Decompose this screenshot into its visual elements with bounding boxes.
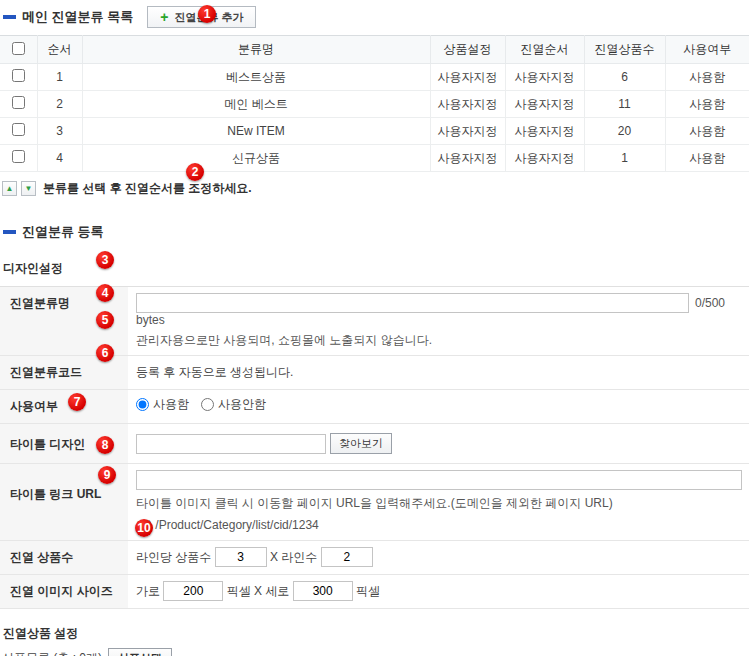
select-all-checkbox[interactable] [12, 42, 25, 55]
image-size-label: 진열 이미지 사이즈 [0, 575, 128, 608]
annotation-badge-4: 4 [96, 284, 114, 302]
move-up-button[interactable]: ▲ [2, 181, 17, 196]
form-row-code: 진열분류코드 등록 후 자동으로 생성됩니다. [0, 356, 749, 390]
form-row-product-count: 진열 상품수 라인당 상품수 X 라인수 [0, 541, 749, 575]
width-label: 가로 [136, 584, 160, 598]
cell-order: 3 [37, 118, 82, 145]
cell-order: 1 [37, 64, 82, 91]
cell-use-status: 사용함 [665, 64, 749, 91]
use-on-label: 사용함 [153, 396, 189, 413]
cell-category-name: 메인 베스트 [82, 91, 430, 118]
col-category-name: 분류명 [82, 36, 430, 64]
section-marker-icon [3, 15, 16, 19]
annotation-badge-10: 10 [135, 519, 153, 537]
category-table: 순서 분류명 상품설정 진열순서 진열상품수 사용여부 1 베스트상품 사용자지… [0, 35, 749, 172]
row-checkbox[interactable] [12, 69, 25, 82]
cell-use-status: 사용함 [665, 118, 749, 145]
lines-label: X 라인수 [270, 550, 317, 564]
row-checkbox[interactable] [12, 96, 25, 109]
per-line-label: 라인당 상품수 [136, 550, 211, 564]
reorder-hint: 분류를 선택 후 진열순서를 조정하세요. [43, 180, 252, 197]
annotation-badge-9: 9 [98, 466, 116, 484]
register-title: 진열분류 등록 [22, 223, 104, 241]
col-product-setting: 상품설정 [430, 36, 505, 64]
cell-order: 4 [37, 145, 82, 172]
name-help-text: 관리자용으로만 사용되며, 쇼핑몰에 노출되지 않습니다. [136, 332, 743, 349]
cell-display-order: 사용자지정 [505, 118, 584, 145]
cell-order: 2 [37, 91, 82, 118]
use-label: 사용여부 [0, 390, 128, 423]
table-row: 4 신규상품 사용자지정 사용자지정 1 사용함 [0, 145, 749, 172]
form-row-use: 사용여부 사용함 사용안함 [0, 390, 749, 424]
plus-icon: + [160, 10, 168, 24]
table-row: 3 NEw ITEM 사용자지정 사용자지정 20 사용함 [0, 118, 749, 145]
cell-product-setting: 사용자지정 [430, 118, 505, 145]
image-height-input[interactable] [293, 581, 353, 601]
table-row: 1 베스트상품 사용자지정 사용자지정 6 사용함 [0, 64, 749, 91]
annotation-badge-3: 3 [96, 251, 114, 269]
col-order: 순서 [37, 36, 82, 64]
annotation-badge-5: 5 [96, 311, 114, 329]
per-line-input[interactable] [215, 547, 267, 567]
annotation-badge-2: 2 [186, 163, 204, 181]
cell-product-count: 20 [584, 118, 665, 145]
cell-product-setting: 사용자지정 [430, 64, 505, 91]
arrow-up-icon: ▲ [6, 184, 14, 193]
col-product-count: 진열상품수 [584, 36, 665, 64]
annotation-badge-7: 7 [68, 393, 86, 411]
annotation-badge-6: 6 [96, 344, 114, 362]
title-design-input[interactable] [136, 434, 326, 454]
category-list-title-row: 메인 진열분류 목록 + 진열분류 추가 [0, 6, 749, 28]
use-on-radio[interactable] [136, 398, 149, 411]
image-width-input[interactable] [163, 581, 223, 601]
row-checkbox[interactable] [12, 150, 25, 163]
cell-use-status: 사용함 [665, 145, 749, 172]
cell-category-name: 신규상품 [82, 145, 430, 172]
cell-use-status: 사용함 [665, 91, 749, 118]
product-section-title: 진열상품 설정 [0, 625, 749, 642]
select-product-button[interactable]: 상품선택 [108, 648, 172, 656]
cell-product-count: 6 [584, 64, 665, 91]
product-count-label: 진열 상품수 [0, 541, 128, 574]
category-name-input[interactable] [136, 293, 689, 313]
link-url-input[interactable] [136, 470, 742, 490]
arrow-down-icon: ▼ [25, 184, 33, 193]
page: 1 2 3 4 5 6 7 8 9 10 메인 진열분류 목록 + 진열분류 추… [0, 0, 749, 656]
select-all-cell [0, 36, 37, 64]
annotation-badge-1: 1 [198, 5, 216, 23]
category-table-header-row: 순서 분류명 상품설정 진열순서 진열상품수 사용여부 [0, 36, 749, 64]
register-title-row: 진열분류 등록 [0, 223, 749, 241]
col-use-status: 사용여부 [665, 36, 749, 64]
lines-input[interactable] [321, 547, 373, 567]
cell-product-setting: 사용자지정 [430, 145, 505, 172]
cell-category-name: 베스트상품 [82, 64, 430, 91]
form-row-image-size: 진열 이미지 사이즈 가로 픽셀 X 세로 픽셀 [0, 575, 749, 609]
cell-category-name: NEw ITEM [82, 118, 430, 145]
move-down-button[interactable]: ▼ [21, 181, 36, 196]
annotation-badge-8: 8 [96, 436, 114, 454]
browse-button[interactable]: 찾아보기 [330, 433, 392, 454]
cell-product-count: 1 [584, 145, 665, 172]
use-off-radio[interactable] [201, 398, 214, 411]
link-help-line2: 예) /Product/Category/list/cid/1234 [136, 517, 743, 534]
category-list-title: 메인 진열분류 목록 [22, 8, 133, 26]
product-list-bar: 상품목록 (총 : 0개) 상품선택 [2, 648, 749, 656]
link-help-line1: 타이틀 이미지 클릭 시 이동할 페이지 URL을 입력해주세요.(도메인을 제… [136, 495, 743, 512]
cell-display-order: 사용자지정 [505, 64, 584, 91]
reorder-controls: ▲ ▼ 분류를 선택 후 진열순서를 조정하세요. [2, 180, 749, 197]
cell-display-order: 사용자지정 [505, 145, 584, 172]
cell-product-setting: 사용자지정 [430, 91, 505, 118]
cell-display-order: 사용자지정 [505, 91, 584, 118]
cell-product-count: 11 [584, 91, 665, 118]
code-value: 등록 후 자동으로 생성됩니다. [128, 356, 749, 389]
table-row: 2 메인 베스트 사용자지정 사용자지정 11 사용함 [0, 91, 749, 118]
pixel-label: 픽셀 [356, 584, 380, 598]
row-checkbox[interactable] [12, 123, 25, 136]
use-off-label: 사용안함 [218, 396, 266, 413]
section-marker-icon [3, 230, 16, 234]
pixel-x-height-label: 픽셀 X 세로 [227, 584, 290, 598]
product-list-count: 상품목록 (총 : 0개) [2, 650, 102, 656]
col-display-order: 진열순서 [505, 36, 584, 64]
